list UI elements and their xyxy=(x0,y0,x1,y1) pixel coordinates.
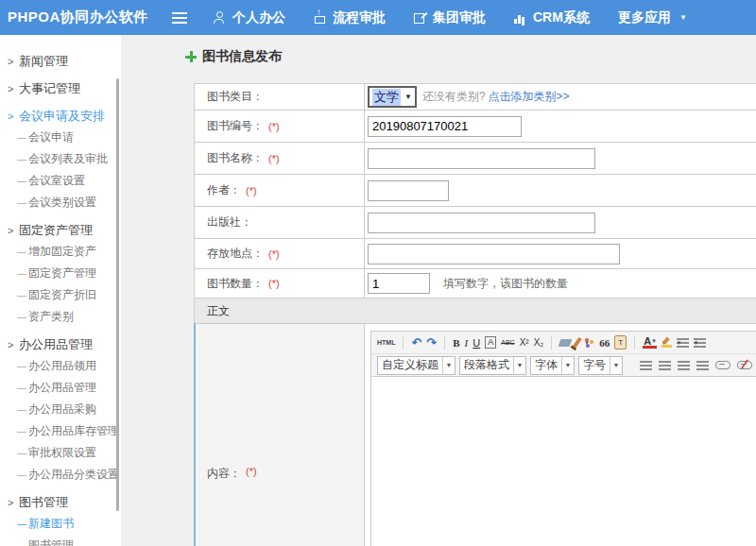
bold-icon[interactable]: B xyxy=(453,337,459,349)
sidebar-item[interactable]: 图书管理 xyxy=(0,491,121,513)
sidebar-item[interactable]: 办公用品管理 xyxy=(0,333,121,355)
highlight-pen-icon[interactable]: ▾ xyxy=(662,337,672,348)
section-header-row: 正文 xyxy=(195,298,756,323)
redo-icon[interactable]: ↷ xyxy=(426,337,437,349)
book-no-input[interactable] xyxy=(368,116,522,137)
separator xyxy=(634,336,635,350)
sidebar-item[interactable]: 办公用品管理 xyxy=(0,377,121,399)
align-left-icon[interactable] xyxy=(640,361,652,370)
book-name-input[interactable] xyxy=(368,148,595,169)
topbar-nav-item[interactable]: 集团审批 xyxy=(414,9,486,26)
page-title: 图书信息发布 xyxy=(185,48,282,65)
editor-toolbar-row2: 自定义标题 ▼ 段落格式 ▼ 字体 ▼ 字号 xyxy=(371,354,756,377)
location-row: 存放地点： (*) xyxy=(195,238,756,268)
dash-icon xyxy=(17,540,28,546)
subscript-icon[interactable]: X₂ xyxy=(534,337,544,349)
font-box-icon[interactable]: A xyxy=(485,336,496,349)
sidebar-item[interactable]: 办公用品库存管理 xyxy=(0,420,121,442)
separator xyxy=(403,336,404,350)
underline-icon[interactable]: U xyxy=(472,337,480,349)
link-icon[interactable] xyxy=(715,361,730,369)
chevron-right-icon xyxy=(8,339,19,350)
superscript-icon[interactable]: X² xyxy=(520,337,529,349)
sidebar: 新闻管理 大事记管理 会议申请及安排 会议申请 会议列表及审批 会议室设置 会议… xyxy=(0,35,121,546)
author-input[interactable] xyxy=(368,180,449,201)
sidebar-item[interactable]: 大事记管理 xyxy=(0,77,121,99)
italic-icon[interactable]: I xyxy=(465,337,469,349)
sidebar-item[interactable]: 办公用品领用 xyxy=(0,355,121,377)
sidebar-item[interactable]: 会议类别设置 xyxy=(0,192,121,213)
sidebar-item-label: 固定资产管理 xyxy=(28,265,96,282)
unlink-icon[interactable] xyxy=(737,361,752,369)
sidebar-item[interactable]: 办公用品采购 xyxy=(0,399,121,420)
chevron-right-icon xyxy=(8,111,19,122)
dash-icon xyxy=(17,154,28,164)
sidebar-item[interactable]: 图书管理 xyxy=(0,535,121,546)
chevron-right-icon xyxy=(8,56,19,67)
select-arrow-icon: ▼ xyxy=(561,357,574,374)
align-justify-icon[interactable] xyxy=(696,361,709,370)
dash-icon xyxy=(17,519,28,529)
topbar-nav-item[interactable]: CRM系统 xyxy=(514,9,590,26)
add-category-link[interactable]: 点击添加类别>> xyxy=(489,89,570,105)
sidebar-item-label: 增加固定资产 xyxy=(28,244,96,260)
location-input[interactable] xyxy=(368,244,620,264)
quantity-hint: 填写数字，该图书的数量 xyxy=(443,276,568,292)
dash-icon xyxy=(17,197,28,208)
sidebar-item[interactable]: 资产类别 xyxy=(0,306,121,328)
sidebar-item[interactable]: 会议申请 xyxy=(0,127,121,148)
caret-down-icon: ▾ xyxy=(585,337,589,349)
content-label: 内容： xyxy=(207,466,241,482)
sidebar-item[interactable]: 审批权限设置 xyxy=(0,442,121,464)
format-brush-icon[interactable] xyxy=(573,337,582,348)
html-source-icon[interactable]: HTML xyxy=(377,337,395,349)
topbar-nav-item[interactable]: 个人办公 xyxy=(214,9,285,26)
font-size-select[interactable]: 字号 ▼ xyxy=(578,356,623,375)
sidebar-item-label: 图书管理 xyxy=(28,537,74,546)
required-mark: (*) xyxy=(268,121,280,132)
format-select[interactable]: 段落格式 ▼ xyxy=(459,356,526,375)
sidebar-item[interactable]: 固定资产管理 xyxy=(0,219,121,241)
category-select[interactable]: 文学 ▼ xyxy=(368,86,417,108)
separator xyxy=(444,336,445,350)
plus-icon xyxy=(185,51,197,62)
sidebar-item[interactable]: 增加固定资产 xyxy=(0,241,121,263)
unordered-list-icon[interactable]: ▾ xyxy=(694,338,706,348)
style-select[interactable]: 自定义标题 ▼ xyxy=(377,356,455,375)
eraser-icon[interactable] xyxy=(558,339,573,347)
sidebar-item[interactable]: 会议列表及审批 xyxy=(0,148,121,170)
topbar-nav-label: 流程审批 xyxy=(333,9,386,26)
chevron-right-icon xyxy=(8,83,19,94)
ordered-list-icon[interactable]: ▾ xyxy=(677,338,689,348)
sidebar-item[interactable]: 新闻管理 xyxy=(0,50,121,72)
topbar-nav-item[interactable]: 更多应用 ▼ xyxy=(618,9,687,26)
editor-body[interactable] xyxy=(371,377,756,546)
publisher-input[interactable] xyxy=(368,213,595,233)
caret-down-icon: ▾ xyxy=(678,337,681,349)
font-family-select[interactable]: 字体 ▼ xyxy=(530,356,575,375)
dash-icon xyxy=(17,176,28,186)
topbar-nav-item[interactable]: 流程审批 xyxy=(314,9,386,26)
author-row: 作者： (*) xyxy=(195,174,756,206)
paste-icon[interactable]: T xyxy=(614,335,627,350)
sidebar-item[interactable]: 新建图书 xyxy=(0,513,121,535)
sidebar-item-label: 办公用品库存管理 xyxy=(28,423,119,439)
sidebar-item[interactable]: 会议申请及安排 xyxy=(0,105,121,127)
sidebar-item-label: 办公用品分类设置 xyxy=(28,467,119,483)
sidebar-item-label: 新闻管理 xyxy=(19,53,68,70)
sidebar-item[interactable]: 会议室设置 xyxy=(0,170,121,192)
quantity-input[interactable] xyxy=(368,273,430,294)
sidebar-item[interactable]: 固定资产管理 xyxy=(0,263,121,284)
undo-icon[interactable]: ↶ xyxy=(411,337,421,349)
sidebar-item[interactable]: 固定资产折旧 xyxy=(0,284,121,306)
sidebar-scrollbar[interactable] xyxy=(116,78,119,511)
strikethrough-icon[interactable]: ABC xyxy=(501,337,514,349)
approval-icon xyxy=(414,11,426,24)
blockquote-icon[interactable]: 66 xyxy=(599,337,610,349)
hamburger-icon[interactable] xyxy=(172,12,187,24)
align-center-icon[interactable] xyxy=(659,361,671,370)
sidebar-item[interactable]: 办公用品分类设置 xyxy=(0,464,121,486)
align-right-icon[interactable] xyxy=(678,361,690,370)
font-color-icon[interactable]: A▾ xyxy=(643,336,656,349)
color-splash-icon[interactable]: ▾ xyxy=(584,337,594,348)
